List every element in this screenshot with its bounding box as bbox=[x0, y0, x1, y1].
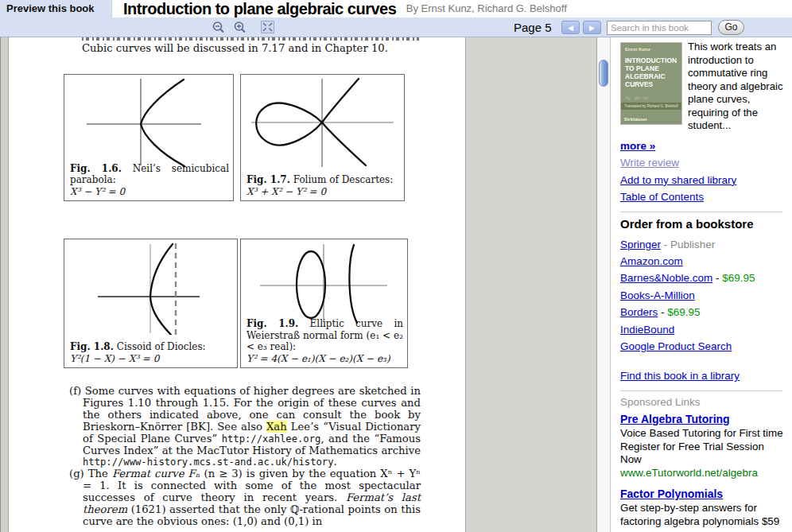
fig-caption-text: Cissoid of Diocles: bbox=[114, 341, 206, 352]
text-segment: http://www-history.mcs.st-and.ac.uk/hist… bbox=[83, 456, 334, 468]
page-title: Introduction to plane algebraic curves bbox=[123, 0, 396, 17]
search-input[interactable] bbox=[607, 21, 712, 35]
ad-title-link[interactable]: Factor Polynomials bbox=[620, 487, 723, 500]
more-link[interactable]: more » bbox=[620, 138, 786, 154]
page-number-label: Page 5 bbox=[514, 21, 552, 34]
fig-label: Fig. 1.8. bbox=[70, 341, 114, 352]
text-segment: Fermat curve Fₙ bbox=[112, 468, 200, 480]
fig-1-7-plot bbox=[241, 75, 404, 169]
fig-label: Fig. 1.9. bbox=[247, 318, 298, 329]
figure-1-8: Fig. 1.8. Cissoid of Diocles: Y²(1 − X) … bbox=[64, 239, 238, 368]
fig-1-6-caption: Fig. 1.6. Neil’s semicubical parabola: X… bbox=[70, 163, 229, 198]
go-button[interactable]: Go bbox=[718, 20, 744, 35]
left-margin-strip bbox=[0, 37, 8, 532]
price: $69.95 bbox=[722, 272, 755, 284]
store-row-springer: Springer - Publisher bbox=[620, 236, 786, 253]
fig-1-7-caption: Fig. 1.7. Folium of Descartes: X³ + X² −… bbox=[247, 174, 400, 197]
fig-equation: Y² = 4(X − e₁)(X − e₂)(X − e₃) bbox=[247, 353, 403, 365]
book-description: This work treats an introduction to comm… bbox=[688, 41, 790, 133]
sidebar: Ernst Kunz INTRODUCTION TO PLANE ALGEBRA… bbox=[611, 37, 792, 532]
previous-page-button[interactable]: ◀ bbox=[561, 21, 580, 34]
bookstore-heading: Order from a bookstore bbox=[620, 217, 786, 231]
sidebar-links: more » Write review Add to my shared lib… bbox=[620, 138, 786, 532]
write-review-link[interactable]: Write review bbox=[620, 154, 786, 171]
fig-equation: Y²(1 − X) − X³ = 0 bbox=[70, 353, 233, 365]
header-bar: Preview this book Introduction to plane … bbox=[0, 0, 792, 17]
paragraph-label: (g) bbox=[69, 468, 84, 480]
book-page: Cubic curves will be discussed in 7.17 a… bbox=[8, 37, 466, 532]
price: $69.95 bbox=[667, 306, 700, 318]
preview-this-book-tab[interactable]: Preview this book bbox=[6, 2, 95, 14]
vertical-scrollbar[interactable] bbox=[596, 37, 611, 532]
sponsored-links-heading: Sponsored Links bbox=[620, 396, 786, 408]
find-in-library-link[interactable]: Find this book in a library bbox=[620, 367, 786, 384]
store-row-google-product-search: Google Product Search bbox=[620, 338, 786, 355]
paragraph-f: (f) Some curves with equations of higher… bbox=[69, 386, 421, 468]
store-row-borders: Borders - $69.95 bbox=[620, 304, 786, 320]
figure-1-7: Fig. 1.7. Folium of Descartes: X³ + X² −… bbox=[240, 74, 405, 201]
store-row-amazon: Amazon.com bbox=[620, 253, 786, 270]
fig-equation: X³ − Y² = 0 bbox=[70, 186, 229, 198]
fullscreen-icon[interactable] bbox=[261, 21, 274, 33]
next-page-button[interactable]: ▶ bbox=[583, 21, 601, 34]
ad-text: Voice Based Tutoring for First time Regi… bbox=[620, 427, 784, 467]
fig-label: Fig. 1.7. bbox=[247, 174, 290, 185]
page-paragraphs: (f) Some curves with equations of higher… bbox=[9, 386, 465, 528]
springer-link[interactable]: Springer bbox=[620, 239, 661, 250]
ad-url: www.eTutorworld.net/algebra bbox=[620, 467, 786, 480]
fig-1-8-plot bbox=[64, 239, 237, 335]
clipped-text-line bbox=[82, 37, 419, 41]
divider bbox=[620, 212, 782, 212]
store-note: Publisher bbox=[670, 239, 715, 250]
store-row-barnes-noble: Barnes&Noble.com - $69.95 bbox=[620, 270, 786, 286]
zoom-out-icon[interactable] bbox=[212, 21, 226, 35]
separator: - bbox=[712, 272, 722, 284]
cover-translator: Translated by Richard G. Belshoff bbox=[621, 103, 681, 110]
barnes-noble-link[interactable]: Barnes&Noble.com bbox=[620, 272, 712, 284]
fig-1-9-plot bbox=[241, 239, 407, 324]
figure-1-6: Fig. 1.6. Neil’s semicubical parabola: X… bbox=[64, 74, 234, 201]
paragraph-g: (g) The Fermat curve Fₙ (n ≥ 3) is given… bbox=[69, 468, 421, 528]
text-segment: The bbox=[88, 468, 112, 480]
text-segment: Xah bbox=[266, 421, 287, 433]
text-segment: http://xahlee.org bbox=[222, 433, 321, 445]
google-books-preview: Preview this book Introduction to plane … bbox=[0, 0, 792, 532]
fig-1-8-caption: Fig. 1.8. Cissoid of Diocles: Y²(1 − X) … bbox=[70, 341, 233, 364]
books-a-million-link[interactable]: Books-A-Million bbox=[620, 289, 695, 301]
book-cover-thumbnail[interactable]: Ernst Kunz INTRODUCTION TO PLANE ALGEBRA… bbox=[620, 42, 682, 125]
indiebound-link[interactable]: IndieBound bbox=[620, 324, 674, 336]
fig-1-9-caption: Fig. 1.9. Elliptic curve in Weierstraß n… bbox=[247, 318, 403, 364]
page-text-line: Cubic curves will be discussed in 7.17 a… bbox=[82, 42, 388, 54]
store-row-books-a-million: Books-A-Million bbox=[620, 287, 786, 304]
add-to-shared-library-link[interactable]: Add to my shared library bbox=[620, 172, 786, 188]
cover-author: Ernst Kunz bbox=[625, 47, 677, 52]
divider bbox=[620, 390, 782, 391]
paragraph-label: (f) bbox=[69, 385, 81, 397]
text-segment: . bbox=[334, 456, 337, 468]
borders-link[interactable]: Borders bbox=[620, 306, 658, 318]
separator: - bbox=[658, 306, 667, 318]
ad-text: Get step-by-step answers for factoring a… bbox=[620, 502, 784, 529]
fig-caption-text: Folium of Descartes: bbox=[290, 174, 393, 185]
text-segment: (1621) asserted that the only ℚ-rational… bbox=[83, 503, 421, 527]
ad-title-link[interactable]: Pre Algebra Tutoring bbox=[620, 413, 730, 425]
scrollbar-thumb[interactable] bbox=[599, 60, 608, 87]
google-product-search-link[interactable]: Google Product Search bbox=[620, 340, 732, 352]
store-row-indiebound: IndieBound bbox=[620, 321, 786, 338]
fig-equation: X³ + X² − Y² = 0 bbox=[247, 186, 400, 198]
sponsored-ad: Factor Polynomials Get step-by-step answ… bbox=[620, 487, 786, 529]
amazon-link[interactable]: Amazon.com bbox=[620, 255, 683, 267]
content-area: Cubic curves will be discussed in 7.17 a… bbox=[0, 37, 611, 532]
fig-1-6-plot bbox=[64, 75, 233, 169]
zoom-in-icon[interactable] bbox=[233, 21, 247, 35]
byline: By Ernst Kunz, Richard G. Belshoff bbox=[406, 2, 567, 14]
cover-curve-glyphs: ∿ ∞ ∞ bbox=[625, 94, 677, 102]
table-of-contents-link[interactable]: Table of Contents bbox=[620, 188, 786, 205]
title-tab: Introduction to plane algebraic curves B… bbox=[111, 0, 792, 17]
figure-1-9: Fig. 1.9. Elliptic curve in Weierstraß n… bbox=[240, 239, 408, 368]
cover-title: INTRODUCTION TO PLANE ALGEBRAIC CURVES bbox=[625, 56, 677, 88]
cover-publisher: Birkhäuser bbox=[621, 117, 681, 122]
toolbar: Page 5 ◀ ▶ Go bbox=[0, 17, 792, 37]
separator: - bbox=[661, 239, 670, 250]
fig-label: Fig. 1.6. bbox=[70, 163, 122, 174]
